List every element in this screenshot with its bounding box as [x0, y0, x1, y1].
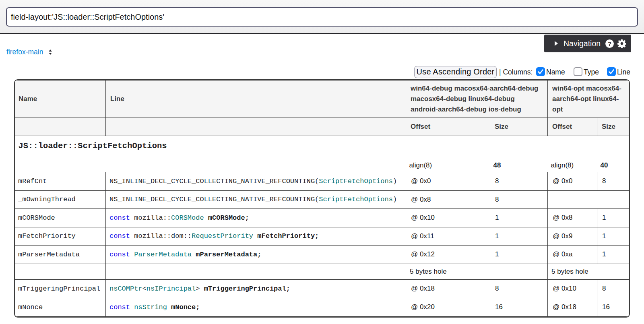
svg-text:?: ?: [608, 40, 611, 47]
